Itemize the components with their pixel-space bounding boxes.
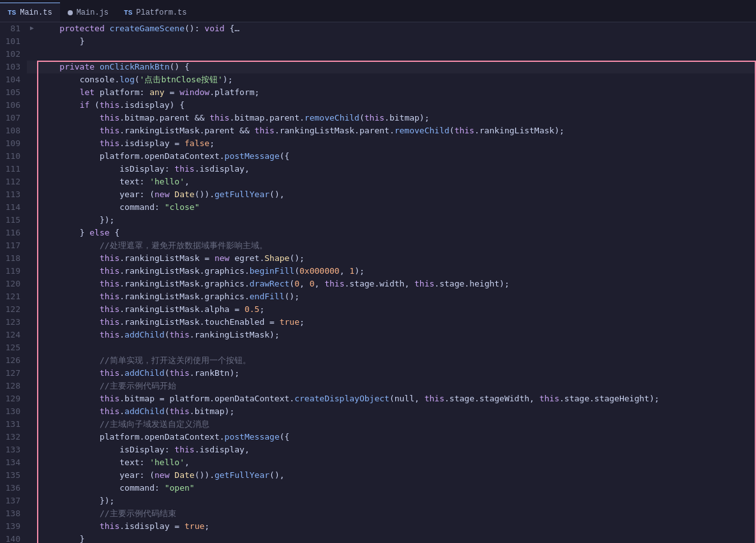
line-row[interactable]: 134 text: 'hello', xyxy=(0,456,756,469)
line-row[interactable]: 139 this.isdisplay = true; xyxy=(0,520,756,533)
tab-main-js[interactable]: Main.js xyxy=(60,3,116,22)
gutter-cell xyxy=(27,418,37,431)
code-cell: this.addChild(this.rankBtn); xyxy=(37,367,756,380)
line-row[interactable]: 131 //主域向子域发送自定义消息 xyxy=(0,418,756,431)
line-row[interactable]: 136 command: "open" xyxy=(0,482,756,495)
gutter-cell xyxy=(27,239,37,252)
gutter-cell xyxy=(27,252,37,265)
code-cell: isDisplay: this.isdisplay, xyxy=(37,163,756,175)
line-row[interactable]: 101 } xyxy=(0,35,756,48)
line-row[interactable]: 110 platform.openDataContext.postMessage… xyxy=(0,150,756,163)
tab-bar: TS Main.ts Main.js TS Platform.ts xyxy=(0,0,756,22)
line-number: 126 xyxy=(0,354,27,367)
line-number: 136 xyxy=(0,482,27,495)
line-number: 104 xyxy=(0,73,27,86)
line-number: 118 xyxy=(0,252,27,265)
fold-icon[interactable]: ▶ xyxy=(30,22,34,35)
line-number: 133 xyxy=(0,443,27,456)
line-row[interactable]: 114 command: "close" xyxy=(0,201,756,214)
gutter-cell xyxy=(27,48,37,61)
gutter-cell xyxy=(27,188,37,201)
gutter-cell xyxy=(27,99,37,112)
ts-icon-2: TS xyxy=(124,9,132,17)
line-row[interactable]: 102 xyxy=(0,48,756,61)
line-row[interactable]: 125 xyxy=(0,341,756,354)
code-cell: } else { xyxy=(37,227,756,239)
line-number: 101 xyxy=(0,35,27,48)
editor: 81▶ protected createGameScene(): void {…… xyxy=(0,22,756,543)
code-cell: this.addChild(this.rankingListMask); xyxy=(37,329,756,341)
line-row[interactable]: 104 console.log('点击btnClose按钮'); xyxy=(0,73,756,86)
line-row[interactable]: 127 this.addChild(this.rankBtn); xyxy=(0,367,756,380)
line-row[interactable]: 124 this.addChild(this.rankingListMask); xyxy=(0,329,756,341)
gutter-cell xyxy=(27,533,37,543)
line-row[interactable]: 135 year: (new Date()).getFullYear(), xyxy=(0,469,756,482)
gutter-cell xyxy=(27,316,37,329)
gutter-cell: ▶ xyxy=(27,22,37,35)
code-cell: //主域向子域发送自定义消息 xyxy=(37,418,756,431)
code-cell: //主要示例代码开始 xyxy=(37,380,756,392)
line-number: 140 xyxy=(0,533,27,543)
line-row[interactable]: 120 this.rankingListMask.graphics.drawRe… xyxy=(0,278,756,290)
code-cell: command: "open" xyxy=(37,482,756,495)
gutter-cell xyxy=(27,354,37,367)
line-row[interactable]: 111 isDisplay: this.isdisplay, xyxy=(0,163,756,175)
code-cell: this.rankingListMask.parent && this.rank… xyxy=(37,124,756,137)
line-row[interactable]: 119 this.rankingListMask.graphics.beginF… xyxy=(0,265,756,278)
gutter-cell xyxy=(27,227,37,239)
code-cell: year: (new Date()).getFullYear(), xyxy=(37,469,756,482)
line-row[interactable]: 121 this.rankingListMask.graphics.endFil… xyxy=(0,290,756,303)
tab-label-main-ts: Main.ts xyxy=(20,8,52,17)
tab-main-ts[interactable]: TS Main.ts xyxy=(0,3,60,22)
tab-platform-ts[interactable]: TS Platform.ts xyxy=(116,3,194,22)
code-cell xyxy=(37,341,756,354)
line-row[interactable]: 130 this.addChild(this.bitmap); xyxy=(0,405,756,418)
line-row[interactable]: 109 this.isdisplay = false; xyxy=(0,137,756,150)
code-cell: isDisplay: this.isdisplay, xyxy=(37,443,756,456)
line-row[interactable]: 108 this.rankingListMask.parent && this.… xyxy=(0,124,756,137)
line-number: 134 xyxy=(0,456,27,469)
line-row[interactable]: 128 //主要示例代码开始 xyxy=(0,380,756,392)
line-row[interactable]: 116 } else { xyxy=(0,227,756,239)
gutter-cell xyxy=(27,265,37,278)
line-number: 137 xyxy=(0,495,27,507)
line-row[interactable]: 129 this.bitmap = platform.openDataConte… xyxy=(0,392,756,405)
line-row[interactable]: 123 this.rankingListMask.touchEnabled = … xyxy=(0,316,756,329)
gutter-cell xyxy=(27,61,37,73)
line-row[interactable]: 115 }); xyxy=(0,214,756,227)
line-row[interactable]: 132 platform.openDataContext.postMessage… xyxy=(0,431,756,443)
line-row[interactable]: 137 }); xyxy=(0,495,756,507)
line-row[interactable]: 81▶ protected createGameScene(): void {… xyxy=(0,22,756,35)
line-row[interactable]: 105 let platform: any = window.platform; xyxy=(0,86,756,99)
line-number: 124 xyxy=(0,329,27,341)
gutter-cell xyxy=(27,112,37,124)
code-cell: this.addChild(this.bitmap); xyxy=(37,405,756,418)
code-cell: this.isdisplay = true; xyxy=(37,520,756,533)
code-cell: text: 'hello', xyxy=(37,175,756,188)
code-cell: //简单实现，打开这关闭使用一个按钮。 xyxy=(37,354,756,367)
line-row[interactable]: 113 year: (new Date()).getFullYear(), xyxy=(0,188,756,201)
line-row[interactable]: 126 //简单实现，打开这关闭使用一个按钮。 xyxy=(0,354,756,367)
gutter-cell xyxy=(27,520,37,533)
gutter-cell xyxy=(27,73,37,86)
line-row[interactable]: 106 if (this.isdisplay) { xyxy=(0,99,756,112)
code-cell: } xyxy=(37,35,756,48)
line-number: 81 xyxy=(0,22,27,35)
line-row[interactable]: 138 //主要示例代码结束 xyxy=(0,507,756,520)
line-row[interactable]: 112 text: 'hello', xyxy=(0,175,756,188)
lines-container[interactable]: 81▶ protected createGameScene(): void {…… xyxy=(0,22,756,543)
code-cell: }); xyxy=(37,495,756,507)
gutter-cell xyxy=(27,405,37,418)
line-row[interactable]: 103 private onClickRankBtn() { xyxy=(0,61,756,73)
line-row[interactable]: 107 this.bitmap.parent && this.bitmap.pa… xyxy=(0,112,756,124)
line-row[interactable]: 118 this.rankingListMask = new egret.Sha… xyxy=(0,252,756,265)
line-row[interactable]: 117 //处理遮罩，避免开放数据域事件影响主域。 xyxy=(0,239,756,252)
line-number: 106 xyxy=(0,99,27,112)
line-number: 116 xyxy=(0,227,27,239)
line-number: 117 xyxy=(0,239,27,252)
code-cell: year: (new Date()).getFullYear(), xyxy=(37,188,756,201)
line-row[interactable]: 133 isDisplay: this.isdisplay, xyxy=(0,443,756,456)
line-number: 103 xyxy=(0,61,27,73)
line-row[interactable]: 140 } xyxy=(0,533,756,543)
line-row[interactable]: 122 this.rankingListMask.alpha = 0.5; xyxy=(0,303,756,316)
